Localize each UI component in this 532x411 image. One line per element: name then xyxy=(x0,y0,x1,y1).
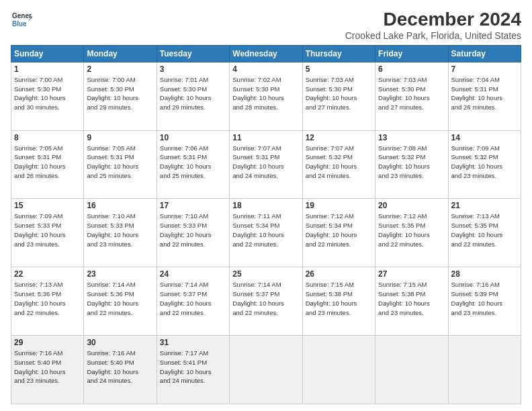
table-row: 30Sunrise: 7:16 AMSunset: 5:40 PMDayligh… xyxy=(84,336,157,404)
day-number: 7 xyxy=(451,64,518,74)
day-number: 8 xyxy=(14,133,81,142)
table-row: 15Sunrise: 7:09 AMSunset: 5:33 PMDayligh… xyxy=(11,199,84,267)
day-info: Sunrise: 7:07 AMSunset: 5:32 PMDaylight:… xyxy=(306,144,372,181)
day-info: Sunrise: 7:12 AMSunset: 5:34 PMDaylight:… xyxy=(306,212,372,248)
day-number: 5 xyxy=(306,64,372,74)
day-info: Sunrise: 7:08 AMSunset: 5:32 PMDaylight:… xyxy=(378,144,445,181)
calendar-header-row: Sunday Monday Tuesday Wednesday Thursday… xyxy=(11,45,521,62)
day-info: Sunrise: 7:11 AMSunset: 5:34 PMDaylight:… xyxy=(232,212,299,248)
table-row: 1Sunrise: 7:00 AMSunset: 5:30 PMDaylight… xyxy=(11,62,84,130)
calendar-subtitle: Crooked Lake Park, Florida, United State… xyxy=(345,30,521,41)
day-number: 23 xyxy=(87,269,153,279)
day-number: 13 xyxy=(378,133,445,142)
day-info: Sunrise: 7:14 AMSunset: 5:37 PMDaylight:… xyxy=(232,280,299,317)
header-saturday: Saturday xyxy=(448,45,521,62)
header-friday: Friday xyxy=(375,45,448,62)
day-info: Sunrise: 7:15 AMSunset: 5:38 PMDaylight:… xyxy=(306,280,372,317)
day-number: 9 xyxy=(87,133,153,142)
table-row: 16Sunrise: 7:10 AMSunset: 5:33 PMDayligh… xyxy=(84,199,157,267)
calendar-week-row: 1Sunrise: 7:00 AMSunset: 5:30 PMDaylight… xyxy=(11,62,521,130)
table-row: 24Sunrise: 7:14 AMSunset: 5:37 PMDayligh… xyxy=(157,267,229,336)
calendar-table: Sunday Monday Tuesday Wednesday Thursday… xyxy=(11,45,521,404)
table-row: 2Sunrise: 7:00 AMSunset: 5:30 PMDaylight… xyxy=(84,62,157,130)
svg-text:General: General xyxy=(12,12,32,19)
day-info: Sunrise: 7:09 AMSunset: 5:32 PMDaylight:… xyxy=(451,144,518,181)
day-number: 15 xyxy=(14,201,81,210)
day-number: 25 xyxy=(232,269,299,279)
day-info: Sunrise: 7:04 AMSunset: 5:31 PMDaylight:… xyxy=(451,75,518,112)
header-tuesday: Tuesday xyxy=(157,45,229,62)
day-number: 21 xyxy=(451,201,518,210)
table-row: 27Sunrise: 7:15 AMSunset: 5:38 PMDayligh… xyxy=(375,267,448,336)
day-number: 6 xyxy=(378,64,445,74)
table-row: 10Sunrise: 7:06 AMSunset: 5:31 PMDayligh… xyxy=(157,130,229,199)
day-info: Sunrise: 7:03 AMSunset: 5:30 PMDaylight:… xyxy=(306,75,372,112)
table-row: 4Sunrise: 7:02 AMSunset: 5:30 PMDaylight… xyxy=(230,62,302,130)
day-number: 2 xyxy=(87,64,153,74)
day-info: Sunrise: 7:05 AMSunset: 5:31 PMDaylight:… xyxy=(87,144,153,181)
day-info: Sunrise: 7:17 AMSunset: 5:41 PMDaylight:… xyxy=(160,349,226,385)
day-info: Sunrise: 7:07 AMSunset: 5:31 PMDaylight:… xyxy=(232,144,299,181)
day-number: 20 xyxy=(378,201,445,210)
title-block: December 2024 Crooked Lake Park, Florida… xyxy=(345,9,521,41)
day-number: 31 xyxy=(160,338,226,347)
day-info: Sunrise: 7:10 AMSunset: 5:33 PMDaylight:… xyxy=(160,212,226,248)
day-info: Sunrise: 7:01 AMSunset: 5:30 PMDaylight:… xyxy=(160,75,226,112)
logo: General Blue xyxy=(11,9,32,31)
table-row: 21Sunrise: 7:13 AMSunset: 5:35 PMDayligh… xyxy=(448,199,521,267)
calendar-week-row: 29Sunrise: 7:16 AMSunset: 5:40 PMDayligh… xyxy=(11,336,521,404)
day-number: 4 xyxy=(232,64,299,74)
day-info: Sunrise: 7:16 AMSunset: 5:40 PMDaylight:… xyxy=(87,349,153,385)
day-info: Sunrise: 7:05 AMSunset: 5:31 PMDaylight:… xyxy=(14,144,81,181)
table-row: 9Sunrise: 7:05 AMSunset: 5:31 PMDaylight… xyxy=(84,130,157,199)
day-number: 17 xyxy=(160,201,226,210)
table-row: 12Sunrise: 7:07 AMSunset: 5:32 PMDayligh… xyxy=(302,130,375,199)
table-row: 25Sunrise: 7:14 AMSunset: 5:37 PMDayligh… xyxy=(230,267,302,336)
table-row: 13Sunrise: 7:08 AMSunset: 5:32 PMDayligh… xyxy=(375,130,448,199)
calendar-week-row: 22Sunrise: 7:13 AMSunset: 5:36 PMDayligh… xyxy=(11,267,521,336)
day-info: Sunrise: 7:16 AMSunset: 5:39 PMDaylight:… xyxy=(451,280,518,317)
day-number: 27 xyxy=(378,269,445,279)
table-row: 26Sunrise: 7:15 AMSunset: 5:38 PMDayligh… xyxy=(302,267,375,336)
day-number: 16 xyxy=(87,201,153,210)
day-number: 28 xyxy=(451,269,518,279)
table-row: 7Sunrise: 7:04 AMSunset: 5:31 PMDaylight… xyxy=(448,62,521,130)
table-row: 5Sunrise: 7:03 AMSunset: 5:30 PMDaylight… xyxy=(302,62,375,130)
day-info: Sunrise: 7:13 AMSunset: 5:35 PMDaylight:… xyxy=(451,212,518,248)
table-row: 14Sunrise: 7:09 AMSunset: 5:32 PMDayligh… xyxy=(448,130,521,199)
page: General Blue December 2024 Crooked Lake … xyxy=(0,0,532,411)
table-row xyxy=(230,336,302,404)
table-row: 23Sunrise: 7:14 AMSunset: 5:36 PMDayligh… xyxy=(84,267,157,336)
header: General Blue December 2024 Crooked Lake … xyxy=(11,9,521,41)
table-row: 3Sunrise: 7:01 AMSunset: 5:30 PMDaylight… xyxy=(157,62,229,130)
day-number: 19 xyxy=(306,201,372,210)
calendar-week-row: 8Sunrise: 7:05 AMSunset: 5:31 PMDaylight… xyxy=(11,130,521,199)
table-row: 8Sunrise: 7:05 AMSunset: 5:31 PMDaylight… xyxy=(11,130,84,199)
day-info: Sunrise: 7:00 AMSunset: 5:30 PMDaylight:… xyxy=(14,75,81,112)
table-row: 29Sunrise: 7:16 AMSunset: 5:40 PMDayligh… xyxy=(11,336,84,404)
table-row: 20Sunrise: 7:12 AMSunset: 5:35 PMDayligh… xyxy=(375,199,448,267)
day-number: 29 xyxy=(14,338,81,347)
day-info: Sunrise: 7:06 AMSunset: 5:31 PMDaylight:… xyxy=(160,144,226,181)
table-row: 19Sunrise: 7:12 AMSunset: 5:34 PMDayligh… xyxy=(302,199,375,267)
day-number: 14 xyxy=(451,133,518,142)
table-row: 11Sunrise: 7:07 AMSunset: 5:31 PMDayligh… xyxy=(230,130,302,199)
day-number: 22 xyxy=(14,269,81,279)
day-number: 24 xyxy=(160,269,226,279)
day-info: Sunrise: 7:13 AMSunset: 5:36 PMDaylight:… xyxy=(14,280,81,317)
day-number: 3 xyxy=(160,64,226,74)
table-row: 28Sunrise: 7:16 AMSunset: 5:39 PMDayligh… xyxy=(448,267,521,336)
day-number: 10 xyxy=(160,133,226,142)
header-thursday: Thursday xyxy=(302,45,375,62)
day-info: Sunrise: 7:00 AMSunset: 5:30 PMDaylight:… xyxy=(87,75,153,112)
table-row: 17Sunrise: 7:10 AMSunset: 5:33 PMDayligh… xyxy=(157,199,229,267)
calendar-title: December 2024 xyxy=(345,9,521,30)
svg-text:Blue: Blue xyxy=(12,20,27,28)
day-info: Sunrise: 7:16 AMSunset: 5:40 PMDaylight:… xyxy=(14,349,81,385)
day-number: 12 xyxy=(306,133,372,142)
day-number: 11 xyxy=(232,133,299,142)
table-row xyxy=(448,336,521,404)
header-monday: Monday xyxy=(84,45,157,62)
day-info: Sunrise: 7:03 AMSunset: 5:30 PMDaylight:… xyxy=(378,75,445,112)
day-info: Sunrise: 7:14 AMSunset: 5:37 PMDaylight:… xyxy=(160,280,226,317)
